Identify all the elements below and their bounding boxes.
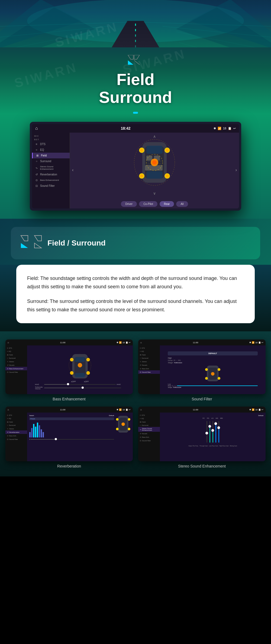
screenshot-label-filter: Sound Filter	[192, 397, 212, 401]
logo-icons	[127, 55, 144, 68]
svg-point-73	[116, 428, 118, 430]
car-top-view	[131, 135, 178, 188]
field-icon: ⊞	[36, 154, 39, 157]
ss-home-stereo: ⌂	[140, 408, 142, 411]
reverb-icon: ↺	[35, 173, 38, 176]
back-icon[interactable]: ↩	[233, 127, 236, 130]
dts-icon: ≡	[35, 143, 38, 146]
watermark-2: SIWARN	[13, 60, 79, 91]
desc-section: Field: The soundstage setting controls t…	[16, 265, 255, 323]
ss-time-stereo: 11:00	[193, 408, 198, 411]
stereo-header: Default	[162, 415, 263, 416]
svg-marker-18	[128, 55, 133, 59]
svg-point-55	[87, 359, 89, 361]
hero-title: Field Surround	[99, 71, 172, 106]
screenshot-frame-bass: ⌂ 11:00 ✱ 📶 18 📋 ↩ ≡DTS ≈EQ ⊞Field ○Surr…	[5, 339, 133, 394]
nav-left-button[interactable]: ‹	[72, 168, 73, 172]
status-right: ✱ 📶 18 📋 ↩	[214, 127, 236, 130]
ss-stereo-reverb: ↺Reverb	[138, 432, 160, 435]
car-diagram	[131, 135, 178, 188]
bass-car-diagram	[68, 350, 92, 380]
ss-reverb-field: ⊞Field	[5, 420, 27, 424]
filter-car-diagram	[205, 365, 221, 382]
screenshot-bass: ⌂ 11:00 ✱ 📶 18 📋 ↩ ≡DTS ≈EQ ⊞Field ○Surr…	[5, 339, 133, 401]
ss-item-field: ⊞Field	[5, 353, 27, 357]
bass-icon: ⊙	[35, 179, 38, 182]
nav-down-button[interactable]: ∨	[153, 191, 156, 195]
screenshot-frame-stereo: ⌂ 11:00 ✱ 📶 18 📋 ↩ ≡DTS ≈EQ ⊞Field ○Surr…	[138, 407, 266, 461]
svg-rect-25	[146, 146, 163, 154]
sidebar-item-field[interactable]: ⊞ Field	[32, 153, 70, 158]
ss-stereo-eq: ≈EQ	[138, 417, 160, 420]
svg-marker-21	[134, 60, 140, 65]
sidebar-item-reverb[interactable]: ↺ Reverberation	[32, 172, 70, 177]
ss-status-bar-stereo: ⌂ 11:00 ✱ 📶 18 📋 ↩	[138, 407, 266, 413]
sidebar-item-stereo[interactable]: ∿ Stereo Sound Enhancement	[32, 164, 70, 172]
copilot-button[interactable]: Co-Pilot	[139, 201, 157, 207]
ss-reverb-bass: ⊙Bass Enh.	[5, 434, 27, 437]
ss-stereo-bass: ⊙Bass Enh.	[138, 435, 160, 439]
surround-icon: ○	[35, 160, 38, 163]
ss-home-filter: ⌂	[140, 341, 142, 344]
field-surround-icon	[20, 235, 42, 251]
sidebar-item-dts[interactable]: ≡ DTS	[32, 141, 70, 147]
ss-stereo-dts: ≡DTS	[138, 414, 160, 417]
ss-filter-reverb: ↺Reverb	[138, 363, 160, 367]
svg-point-65	[205, 377, 208, 380]
screenshot-label-stereo: Stereo Sound Enhancement	[178, 464, 226, 468]
svg-marker-45	[21, 243, 28, 248]
sidebar-item-surround[interactable]: ○ Surround	[32, 158, 70, 164]
driver-button[interactable]: Driver	[121, 201, 137, 207]
car-screen-inner: ⌂ 18:42 ✱ 📶 18 📋 ↩ MIC BST ≡	[32, 124, 239, 208]
svg-rect-26	[146, 171, 163, 179]
screenshot-frame-filter: ⌂ 11:00 ✱ 📶 18 📋 ↩ ≡DTS ≈EQ ⊞Field ○Surr…	[138, 339, 266, 394]
stereo-labels: Adjust The Freq Through Gain Low-Pass Ga…	[162, 445, 263, 447]
svg-point-39	[166, 174, 169, 178]
eq-icon: ≈	[35, 148, 38, 151]
ss-body-reverb: ≡DTS ≈EQ ⊞Field ○Surround ∿Stereo ↺Rever…	[5, 413, 133, 461]
bluetooth-icon: ✱	[214, 127, 216, 130]
ss-sidebar-stereo: ≡DTS ≈EQ ⊞Field ○Surround ∿Stereo Sound …	[138, 413, 160, 461]
ss-item-bass: ⊙Bass Enhancement	[5, 367, 27, 370]
ss-filter-field: ⊞Field	[138, 353, 160, 357]
ss-reverb-surround: ○Surround	[5, 424, 27, 427]
screenshots-section: ⌂ 11:00 ✱ 📶 18 📋 ↩ ≡DTS ≈EQ ⊞Field ○Surr…	[0, 331, 271, 476]
reverb-controls: Switch Default Preset	[29, 415, 114, 440]
screen-body: MIC BST ≡ DTS ≈ EQ ⊞ Field ○	[32, 133, 239, 208]
ss-home-bass: ⌂	[8, 341, 9, 344]
sidebar-item-eq[interactable]: ≈ EQ	[32, 147, 70, 153]
band-labels: FCFGLGHGMG	[162, 417, 263, 419]
ss-item-filter: ⊡Sound Filter	[5, 370, 27, 374]
screenshot-stereo: ⌂ 11:00 ✱ 📶 18 📋 ↩ ≡DTS ≈EQ ⊞Field ○Surr…	[138, 407, 266, 468]
reverb-visualization	[29, 421, 114, 437]
all-button[interactable]: All	[176, 201, 188, 207]
info-card: Field / Surround	[11, 227, 260, 259]
svg-point-59	[87, 372, 89, 374]
svg-marker-46	[34, 243, 41, 248]
ss-time-reverb: 11:00	[60, 408, 66, 411]
screenshot-frame-reverb: ⌂ 11:00 ✱ 📶 18 📋 ↩ ≡DTS ≈EQ ⊞Field ○Surr…	[5, 407, 133, 461]
screenshot-filter: ⌂ 11:00 ✱ 📶 18 📋 ↩ ≡DTS ≈EQ ⊞Field ○Surr…	[138, 339, 266, 401]
ss-main-bass: sOFFsOFF kHzD kHzD	[27, 345, 133, 394]
ss-icons-filter: ✱ 📶 18 📋 ↩	[249, 341, 263, 344]
screenshot-label-bass: Bass Enhancement	[53, 397, 85, 401]
screenshot-label-reverb: Reverberation	[57, 464, 81, 468]
rear-button[interactable]: Rear	[160, 201, 174, 207]
soff-labels: sOFFsOFF	[71, 381, 89, 383]
svg-point-63	[205, 368, 208, 371]
sidebar-label-bst: BST	[32, 138, 70, 141]
sidebar-item-bass[interactable]: ⊙ Bass Enhancement	[32, 177, 70, 183]
sidebar-item-filter[interactable]: ⊡ Sound Filter	[32, 183, 70, 189]
info-card-title: Field / Surround	[47, 239, 106, 247]
ss-reverb-eq: ≈EQ	[5, 417, 27, 420]
home-icon[interactable]: ⌂	[35, 126, 38, 131]
nav-right-button[interactable]: ›	[235, 168, 237, 172]
desc-para1: Field: The soundstage setting controls t…	[27, 274, 244, 291]
svg-point-72	[128, 418, 130, 421]
ss-main-reverb: Switch Default Preset	[27, 413, 133, 461]
svg-marker-44	[34, 236, 41, 241]
svg-point-71	[116, 418, 118, 421]
screen-buttons: Driver Co-Pilot Rear All	[121, 201, 188, 207]
car-screen-wrapper: ⌂ 18:42 ✱ 📶 18 📋 ↩ MIC BST ≡	[30, 122, 241, 211]
hero-section: Field Surround SIWARN SIWARN SIWARN	[0, 0, 271, 114]
